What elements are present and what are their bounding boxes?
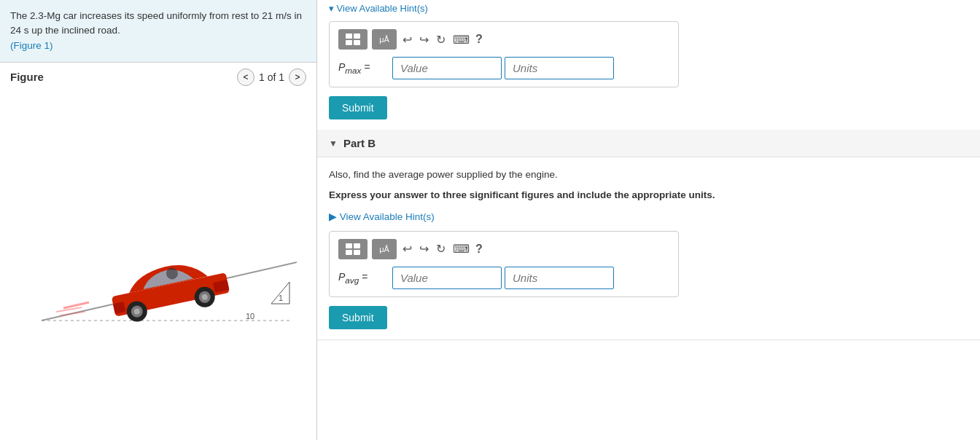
undo-button-a[interactable]: ↩	[401, 33, 413, 47]
part-a-answer-box: μÅ ↩ ↪ ↻ ⌨ ? Pmax =	[329, 21, 679, 87]
redo-button-b[interactable]: ↪	[418, 242, 430, 256]
svg-line-9	[60, 312, 85, 315]
svg-line-8	[56, 307, 82, 312]
keyboard-button-b[interactable]: ⌨	[451, 242, 471, 256]
figure-link[interactable]: (Figure 1)	[10, 40, 53, 51]
problem-text: The 2.3-Mg car increases its speed unifo…	[10, 10, 302, 36]
part-a-toolbar: μÅ ↩ ↪ ↻ ⌨ ?	[338, 29, 669, 50]
undo-button-b[interactable]: ↩	[401, 242, 413, 256]
part-b-value-input[interactable]	[392, 267, 502, 289]
mu-button-a[interactable]: μÅ	[372, 29, 397, 50]
part-a-input-row: Pmax =	[338, 57, 669, 79]
svg-rect-23	[354, 40, 360, 45]
help-button-a[interactable]: ?	[475, 33, 483, 46]
figure-prev-button[interactable]: <	[237, 68, 254, 86]
part-b-submit-button[interactable]: Submit	[329, 306, 387, 329]
part-b-input-label: Pavg =	[338, 271, 389, 285]
car-svg: 10 1	[20, 193, 297, 339]
figure-next-button[interactable]: >	[289, 68, 306, 86]
redo-button-a[interactable]: ↪	[418, 33, 430, 47]
svg-rect-26	[346, 250, 352, 255]
figure-page-indicator: 1 of 1	[259, 71, 284, 83]
figure-title: Figure	[10, 71, 44, 83]
svg-line-7	[63, 302, 89, 308]
part-b-answer-box: μÅ ↩ ↪ ↻ ⌨ ? Pavg =	[329, 231, 679, 297]
part-b-units-input[interactable]	[505, 267, 614, 289]
part-b-hint-link[interactable]: ▶ View Available Hint(s)	[329, 211, 435, 222]
grid-icon-b	[345, 243, 361, 256]
problem-description: The 2.3-Mg car increases its speed unifo…	[0, 0, 316, 62]
part-b-section: ▼ Part B Also, find the average power su…	[317, 130, 980, 340]
svg-rect-27	[354, 250, 360, 255]
part-b-description: Also, find the average power supplied by…	[329, 168, 968, 182]
part-b-header: ▼ Part B	[317, 130, 980, 157]
svg-text:10: 10	[246, 312, 254, 321]
keyboard-button-a[interactable]: ⌨	[451, 33, 471, 47]
part-a-units-input[interactable]	[505, 57, 614, 79]
part-a-submit-button[interactable]: Submit	[329, 96, 387, 119]
refresh-button-b[interactable]: ↻	[435, 242, 447, 256]
svg-rect-25	[354, 243, 360, 248]
part-b-body: Also, find the average power supplied by…	[317, 157, 980, 339]
grid-icon-a	[345, 33, 361, 46]
part-a-input-label: Pmax =	[338, 61, 389, 75]
svg-rect-22	[346, 40, 352, 45]
help-button-b[interactable]: ?	[475, 243, 483, 256]
part-a-top-hint-link[interactable]: ▾ View Available Hint(s)	[317, 0, 980, 14]
part-b-input-row: Pavg =	[338, 267, 669, 289]
svg-text:1: 1	[279, 294, 283, 302]
part-a-body: μÅ ↩ ↪ ↻ ⌨ ? Pmax = Submit	[317, 14, 980, 130]
part-b-toolbar: μÅ ↩ ↪ ↻ ⌨ ?	[338, 239, 669, 259]
figure-image-area: 10 1	[0, 92, 316, 440]
mu-button-b[interactable]: μÅ	[372, 239, 397, 259]
part-b-chevron[interactable]: ▼	[329, 138, 338, 149]
grid-button-b[interactable]	[338, 239, 368, 259]
figure-navigation: < 1 of 1 >	[237, 68, 306, 86]
part-b-instructions: Express your answer to three significant…	[329, 188, 968, 203]
figure-header: Figure < 1 of 1 >	[0, 62, 316, 92]
left-panel: The 2.3-Mg car increases its speed unifo…	[0, 0, 317, 440]
svg-rect-24	[346, 243, 352, 248]
refresh-button-a[interactable]: ↻	[435, 33, 447, 47]
part-a-value-input[interactable]	[392, 57, 502, 79]
right-panel: ▾ View Available Hint(s) μÅ ↩ ↪ ↻ ⌨ ?	[317, 0, 980, 440]
grid-button-a[interactable]	[338, 29, 368, 50]
svg-rect-21	[354, 34, 360, 39]
svg-rect-20	[346, 34, 352, 39]
part-b-label: Part B	[343, 137, 376, 149]
